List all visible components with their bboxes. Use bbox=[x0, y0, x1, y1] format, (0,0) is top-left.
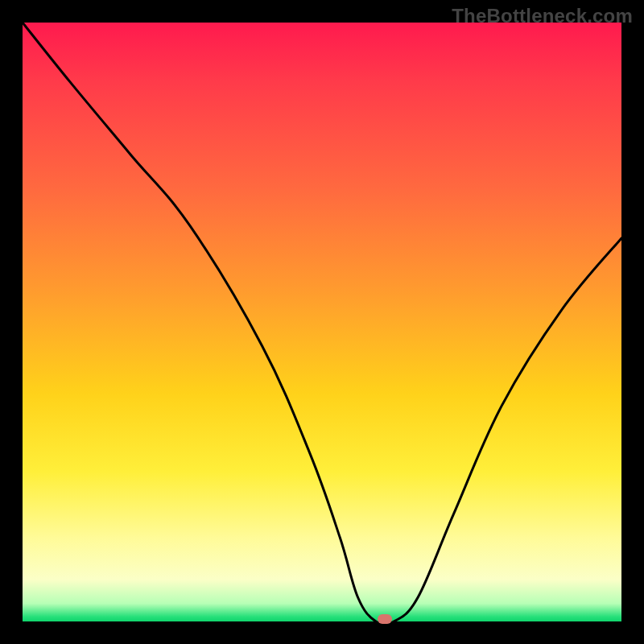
optimal-point-marker bbox=[378, 614, 392, 624]
plot-area bbox=[23, 23, 621, 621]
watermark-text: TheBottleneck.com bbox=[452, 5, 633, 27]
chart-frame: TheBottleneck.com bbox=[0, 0, 644, 644]
curve-path bbox=[23, 23, 621, 621]
bottleneck-curve bbox=[23, 23, 621, 621]
